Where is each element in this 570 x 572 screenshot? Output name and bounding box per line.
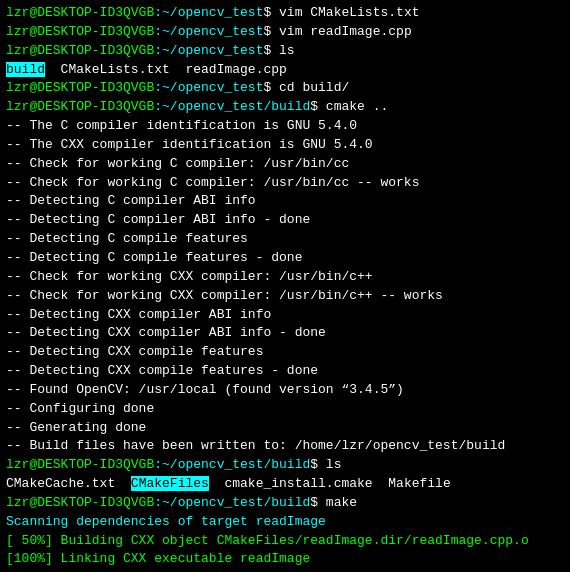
line-6: lzr@DESKTOP-ID3QVGB:~/opencv_test/build$… [6, 98, 564, 117]
line-21: -- Found OpenCV: /usr/local (found versi… [6, 381, 564, 400]
line-3: lzr@DESKTOP-ID3QVGB:~/opencv_test$ ls [6, 42, 564, 61]
line-2: lzr@DESKTOP-ID3QVGB:~/opencv_test$ vim r… [6, 23, 564, 42]
line-30: [100%] Linking CXX executable readImage [6, 550, 564, 569]
line-18: -- Detecting CXX compiler ABI info - don… [6, 324, 564, 343]
line-13: -- Detecting C compile features [6, 230, 564, 249]
line-12: -- Detecting C compiler ABI info - done [6, 211, 564, 230]
line-27: lzr@DESKTOP-ID3QVGB:~/opencv_test/build$… [6, 494, 564, 513]
terminal: lzr@DESKTOP-ID3QVGB:~/opencv_test$ vim C… [0, 0, 570, 572]
line-15: -- Check for working CXX compiler: /usr/… [6, 268, 564, 287]
line-25: lzr@DESKTOP-ID3QVGB:~/opencv_test/build$… [6, 456, 564, 475]
line-26: CMakeCache.txt CMakeFiles cmake_install.… [6, 475, 564, 494]
line-8: -- The CXX compiler identification is GN… [6, 136, 564, 155]
line-19: -- Detecting CXX compile features [6, 343, 564, 362]
line-5: lzr@DESKTOP-ID3QVGB:~/opencv_test$ cd bu… [6, 79, 564, 98]
line-28: Scanning dependencies of target readImag… [6, 513, 564, 532]
line-22: -- Configuring done [6, 400, 564, 419]
line-1: lzr@DESKTOP-ID3QVGB:~/opencv_test$ vim C… [6, 4, 564, 23]
line-23: -- Generating done [6, 419, 564, 438]
line-7: -- The C compiler identification is GNU … [6, 117, 564, 136]
line-14: -- Detecting C compile features - done [6, 249, 564, 268]
line-17: -- Detecting CXX compiler ABI info [6, 306, 564, 325]
line-9: -- Check for working C compiler: /usr/bi… [6, 155, 564, 174]
line-20: -- Detecting CXX compile features - done [6, 362, 564, 381]
line-24: -- Build files have been written to: /ho… [6, 437, 564, 456]
line-4: build CMakeLists.txt readImage.cpp [6, 61, 564, 80]
line-16: -- Check for working CXX compiler: /usr/… [6, 287, 564, 306]
line-10: -- Check for working C compiler: /usr/bi… [6, 174, 564, 193]
line-29: [ 50%] Building CXX object CMakeFiles/re… [6, 532, 564, 551]
line-11: -- Detecting C compiler ABI info [6, 192, 564, 211]
